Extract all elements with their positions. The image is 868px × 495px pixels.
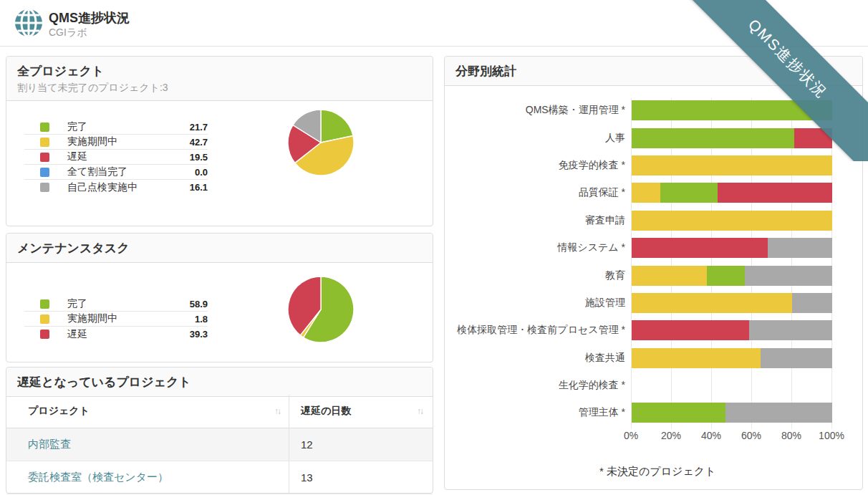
legend-swatch <box>40 122 49 132</box>
bar-row: 教育 <box>445 261 864 289</box>
panel-category-stats: 分野別統計 QMS構築・運用管理 *人事免疫学的検査 *品質保証 *審査申請情報… <box>444 56 863 490</box>
cell-project: 委託検査室（検査センター） <box>6 461 289 494</box>
legend-value: 1.8 <box>195 314 208 325</box>
bar-row: 生化学的検査 * <box>445 372 864 399</box>
bar-track <box>632 100 832 120</box>
bar-row: 人事 <box>445 124 864 151</box>
legend-label: 実施期間中 <box>67 135 190 148</box>
bar-segment-自己点検実施中 <box>768 238 832 258</box>
legend-value: 16.1 <box>190 182 208 193</box>
legend-label: 遅延 <box>67 150 190 163</box>
panel-all-projects-title: 全プロジェクト <box>17 63 422 80</box>
panel-maintenance-tasks: メンテナンスタスク 完了58.9実施期間中1.8遅延39.3 <box>6 233 433 362</box>
legend-value: 0.0 <box>195 167 208 178</box>
bar-segment-遅延 <box>794 128 832 148</box>
bar-category-label: 人事 <box>445 132 632 145</box>
column-header-days-label: 遅延の日数 <box>301 405 351 418</box>
legend-label: 実施期間中 <box>67 312 195 325</box>
bar-category-label: 施設管理 <box>445 297 632 309</box>
bar-category-label: 品質保証 * <box>445 186 632 199</box>
bar-category-label: 審査申請 <box>445 214 632 227</box>
legend-swatch <box>40 314 49 324</box>
sort-icon[interactable]: ↑↓ <box>417 406 423 416</box>
x-axis-tick: 20% <box>650 430 693 441</box>
legend-swatch <box>40 299 49 309</box>
panel-stats-title: 分野別統計 <box>455 63 852 80</box>
sort-icon[interactable]: ↑↓ <box>274 406 280 416</box>
project-link[interactable]: 委託検査室（検査センター） <box>28 471 168 484</box>
bar-segment-自己点検実施中 <box>749 320 832 340</box>
legend-label: 自己点検実施中 <box>67 181 190 194</box>
bar-track <box>632 211 832 231</box>
panel-delayed-header: 遅延となっているプロジェクト <box>6 367 433 397</box>
bar-segment-自己点検実施中 <box>761 348 832 368</box>
project-link[interactable]: 内部監査 <box>28 438 71 451</box>
bar-segment-実施期間中 <box>632 348 761 368</box>
maintenance-pie-chart <box>287 276 355 343</box>
bar-segment-完了 <box>707 266 745 286</box>
legend-value: 39.3 <box>190 329 208 340</box>
x-axis-tick: 60% <box>730 430 773 441</box>
page-subtitle: CGIラボ <box>49 27 87 39</box>
cell-delay-days: 13 <box>289 461 433 494</box>
bar-segment-自己点検実施中 <box>725 403 832 423</box>
bar-track <box>632 155 832 176</box>
bar-segment-完了 <box>632 100 832 120</box>
delayed-table-header-row: プロジェクト ↑↓ 遅延の日数 ↑↓ <box>6 395 433 428</box>
bar-segment-実施期間中 <box>632 293 792 313</box>
bar-segment-実施期間中 <box>632 183 660 203</box>
legend-value: 19.5 <box>190 152 208 163</box>
column-header-project-label: プロジェクト <box>28 405 90 418</box>
bar-track <box>632 403 832 423</box>
bar-row: 品質保証 * <box>445 179 864 206</box>
bar-row: 管理主体 * <box>445 399 864 426</box>
bar-row: 検体採取管理・検査前プロセス管理 * <box>445 317 864 344</box>
category-stacked-bar-chart: QMS構築・運用管理 *人事免疫学的検査 *品質保証 *審査申請情報システム *… <box>445 97 864 427</box>
legend-row: 自己点検実施中16.1 <box>24 180 208 195</box>
bar-segment-完了 <box>660 183 718 203</box>
legend-label: 遅延 <box>67 328 190 341</box>
panel-delayed-title: 遅延となっているプロジェクト <box>17 374 422 390</box>
legend-row: 完了58.9 <box>24 297 208 312</box>
bar-segment-実施期間中 <box>632 155 832 176</box>
legend-swatch <box>40 330 49 339</box>
column-header-project[interactable]: プロジェクト ↑↓ <box>6 395 289 428</box>
page-title: QMS進捗状況 <box>49 9 130 27</box>
chart-x-axis: 0%20%40%60%80%100% <box>631 430 832 444</box>
bar-category-label: 管理主体 * <box>445 406 632 419</box>
bar-category-label: 教育 <box>445 269 632 282</box>
panel-delayed-projects: 遅延となっているプロジェクト プロジェクト ↑↓ 遅延の日数 ↑↓ 内部監査12… <box>6 367 433 494</box>
bar-category-label: 免疫学的検査 * <box>445 159 632 172</box>
column-header-delay-days[interactable]: 遅延の日数 ↑↓ <box>289 395 433 428</box>
delayed-projects-table: プロジェクト ↑↓ 遅延の日数 ↑↓ 内部監査12委託検査室（検査センター）13 <box>6 395 433 494</box>
legend-swatch <box>40 138 49 147</box>
all-projects-pie-chart <box>287 109 355 176</box>
panel-maintenance-title: メンテナンスタスク <box>17 240 422 256</box>
bar-segment-実施期間中 <box>632 211 832 231</box>
bar-segment-遅延 <box>718 183 832 203</box>
legend-row: 完了21.7 <box>24 120 208 135</box>
bar-track <box>632 320 832 340</box>
table-row: 委託検査室（検査センター）13 <box>6 461 433 494</box>
bar-category-label: 検査共通 <box>445 352 632 365</box>
bar-row: QMS構築・運用管理 * <box>445 97 864 124</box>
panel-stats-header: 分野別統計 <box>445 57 862 86</box>
legend-value: 21.7 <box>190 122 208 133</box>
all-projects-legend: 完了21.7実施期間中42.7遅延19.5全て割当完了0.0自己点検実施中16.… <box>24 120 208 195</box>
bar-track <box>632 238 832 258</box>
legend-row: 遅延39.3 <box>24 327 208 342</box>
bar-track <box>632 348 832 368</box>
maintenance-legend: 完了58.9実施期間中1.8遅延39.3 <box>24 297 208 342</box>
bar-segment-実施期間中 <box>632 266 707 286</box>
legend-value: 42.7 <box>190 137 208 148</box>
bar-row: 免疫学的検査 * <box>445 152 864 179</box>
bar-row: 施設管理 <box>445 289 864 317</box>
legend-label: 完了 <box>67 120 190 133</box>
legend-swatch <box>40 183 49 192</box>
bar-row: 検査共通 <box>445 345 864 372</box>
panel-maintenance-header: メンテナンスタスク <box>6 234 433 263</box>
bar-track <box>632 128 832 148</box>
globe-icon <box>13 7 44 39</box>
bar-track <box>632 375 832 395</box>
x-axis-tick: 80% <box>770 430 813 441</box>
